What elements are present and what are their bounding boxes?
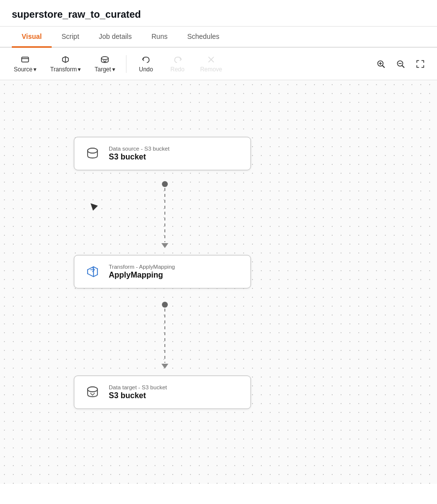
target-node-icon (83, 383, 102, 402)
redo-icon (173, 55, 183, 64)
transform-node-text: Transform - ApplyMapping ApplyMapping (109, 264, 175, 280)
toolbar: Source ▾ Transform ▾ (0, 48, 437, 80)
svg-point-7 (88, 387, 97, 392)
transform-label: Transform (50, 66, 77, 73)
svg-point-5 (88, 148, 97, 153)
page-header: superstore_raw_to_curated (0, 0, 437, 27)
fit-screen-icon (415, 59, 425, 69)
source-node-subtitle: Data source - S3 bucket (109, 146, 169, 152)
cursor (88, 201, 98, 211)
page-title: superstore_raw_to_curated (12, 9, 425, 20)
source-node-text: Data source - S3 bucket S3 bucket (109, 146, 169, 161)
transform-button[interactable]: Transform ▾ (44, 52, 87, 76)
transform-node-subtitle: Transform - ApplyMapping (109, 264, 175, 270)
remove-label: Remove (200, 66, 222, 73)
source-button[interactable]: Source ▾ (8, 52, 42, 76)
target-node-text: Data target - S3 bucket S3 bucket (109, 384, 167, 400)
source-label: Source (14, 66, 32, 73)
tab-schedules[interactable]: Schedules (177, 27, 229, 48)
zoom-in-icon (376, 59, 386, 69)
source-node[interactable]: Data source - S3 bucket S3 bucket (74, 137, 251, 170)
remove-button[interactable]: Remove (194, 52, 228, 76)
svg-rect-0 (22, 57, 29, 62)
target-node-subtitle: Data target - S3 bucket (109, 384, 167, 390)
target-node-title: S3 bucket (109, 391, 167, 400)
connector-dot-1 (162, 181, 168, 187)
tab-script[interactable]: Script (52, 27, 89, 48)
redo-label: Redo (170, 66, 185, 73)
tab-job-details[interactable]: Job details (89, 27, 142, 48)
redo-button[interactable]: Redo (163, 52, 192, 76)
undo-button[interactable]: Undo (131, 52, 161, 76)
toolbar-divider-1 (126, 55, 126, 73)
connector-dot-2 (162, 302, 168, 308)
target-button[interactable]: Target ▾ (89, 52, 121, 76)
dashed-line-2 (164, 309, 165, 363)
connector-1 (161, 181, 168, 248)
target-icon (100, 55, 110, 64)
undo-icon (141, 55, 151, 64)
source-node-icon (83, 144, 102, 163)
transform-node-title: ApplyMapping (109, 271, 175, 280)
arrow-1 (161, 243, 168, 248)
arrow-2 (161, 364, 168, 369)
zoom-in-button[interactable] (372, 55, 390, 73)
fit-screen-button[interactable] (411, 55, 429, 73)
dashed-line-1 (164, 188, 165, 242)
undo-label: Undo (139, 66, 153, 73)
transform-icon (61, 55, 70, 64)
tab-runs[interactable]: Runs (142, 27, 178, 48)
canvas[interactable]: Data source - S3 bucket S3 bucket Transf… (0, 80, 437, 484)
target-label: Target (94, 66, 111, 73)
target-node[interactable]: Data target - S3 bucket S3 bucket (74, 376, 251, 409)
svg-point-1 (101, 57, 108, 60)
zoom-out-button[interactable] (392, 55, 409, 73)
zoom-out-icon (396, 59, 406, 69)
connector-2 (161, 302, 168, 369)
remove-icon (206, 55, 216, 64)
transform-node[interactable]: Transform - ApplyMapping ApplyMapping (74, 255, 251, 288)
tabs-bar: Visual Script Job details Runs Schedules (0, 27, 437, 48)
source-icon (20, 55, 30, 64)
source-node-title: S3 bucket (109, 153, 169, 161)
transform-node-icon (83, 262, 102, 281)
tab-visual[interactable]: Visual (12, 27, 52, 48)
